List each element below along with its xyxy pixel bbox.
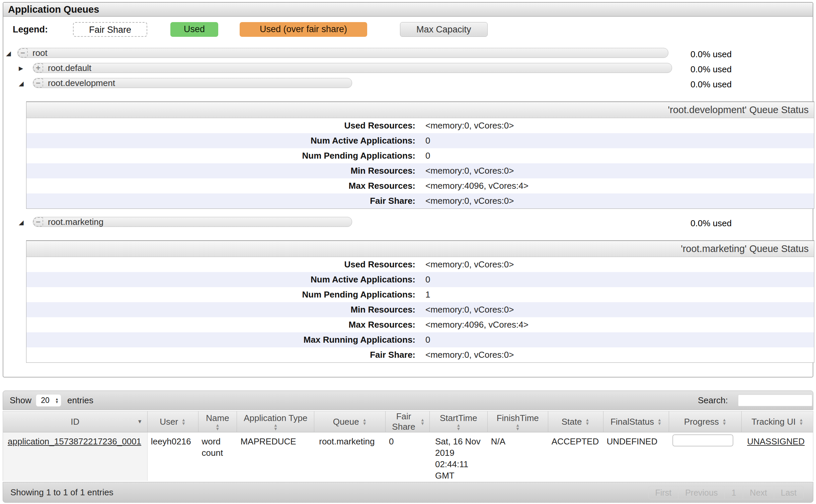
panel-title: Application Queues [3,3,813,17]
column-header-starttime[interactable]: StartTime▲▼ [430,411,488,432]
last-page-button[interactable]: Last [774,486,803,499]
legend-used-over-fair-share: Used (over fair share) [240,22,367,37]
collapse-arrow-icon[interactable]: ◢ [19,80,24,87]
status-row: Num Pending Applications:0 [26,148,814,163]
column-header-finishtime[interactable]: FinishTime▲▼ [488,411,548,432]
sort-icon: ▲▼ [515,423,520,431]
status-row: Used Resources:<memory:0, vCores:0> [26,257,814,272]
queue-status-title: 'root.development' Queue Status [26,102,814,118]
column-header-user[interactable]: User▲▼ [148,411,198,432]
cell-progress [669,432,742,481]
status-row: Min Resources:<memory:0, vCores:0> [26,302,814,317]
queue-name: root.default [48,63,91,73]
status-row: Max Running Applications:0 [26,332,814,347]
collapse-arrow-icon[interactable]: ◢ [19,219,24,226]
column-header-application-type[interactable]: Application Type▲▼ [237,411,314,432]
sort-icon: ▲▼ [799,418,803,425]
progress-bar [672,434,733,446]
table-footer: Showing 1 to 1 of 1 entries First Previo… [3,482,813,503]
minus-icon[interactable]: − [33,78,43,88]
sort-icon: ▲▼ [456,423,461,431]
search-label: Search: [698,391,728,410]
queue-name: root.marketing [48,217,103,227]
minus-icon[interactable]: − [33,217,43,227]
page-number-button[interactable]: 1 [725,486,743,499]
previous-page-button[interactable]: Previous [678,486,725,499]
column-header-id[interactable]: ID ▼ [3,411,148,432]
sort-icon: ▲▼ [273,423,278,431]
queue-name: root.development [48,78,115,88]
queue-usage: 0.0% used [690,64,732,75]
select-arrows-icon: ▲▼ [54,398,61,404]
status-row: Num Pending Applications:1 [26,287,814,302]
queue-usage: 0.0% used [690,218,732,229]
queue-status-title: 'root.marketing' Queue Status [26,241,814,257]
status-row: Max Resources:<memory:4096, vCores:4> [26,178,814,193]
page-size-value: 20 [36,396,54,405]
application-row: application_1573872217236_0001 leeyh0216… [3,432,813,481]
application-id-link[interactable]: application_1573872217236_0001 [8,436,141,446]
sort-icon: ▲▼ [362,418,367,425]
cell-state: ACCEPTED [548,432,603,481]
pagination: First Previous 1 Next Last [648,486,804,499]
legend-max-capacity: Max Capacity [400,22,488,37]
cell-starttime: Sat, 16 Nov 2019 02:44:11 GMT [430,432,488,481]
column-header-fair-share[interactable]: Fair Share▲▼ [386,411,430,432]
queue-bar-root-development[interactable]: − root.development [33,78,352,88]
queue-usage: 0.0% used [690,79,732,90]
page-size-select[interactable]: 20 ▲▼ [36,394,61,407]
cell-user: leeyh0216 [148,432,198,481]
marketing-queue-status-table: 'root.marketing' Queue Status Used Resou… [26,240,814,363]
column-header-progress[interactable]: Progress▲▼ [669,411,742,432]
sort-desc-icon: ▼ [137,419,143,425]
sort-icon: ▲▼ [216,423,220,431]
cell-finalstatus: UNDEFINED [603,432,669,481]
sort-icon: ▲▼ [585,418,590,425]
first-page-button[interactable]: First [649,486,679,499]
cell-name: word count [198,432,237,481]
sort-icon: ▲▼ [420,418,425,425]
minus-icon[interactable]: − [18,48,28,58]
legend-label: Legend: [13,22,48,37]
cell-finishtime: N/A [488,432,548,481]
sort-icon: ▲▼ [181,418,186,425]
queue-bar-root-default[interactable]: + root.default [33,63,672,73]
development-queue-status-table: 'root.development' Queue Status Used Res… [26,101,814,209]
show-label: Show [10,391,31,410]
tracking-ui-link[interactable]: UNASSIGNED [747,436,805,446]
entries-summary: Showing 1 to 1 of 1 entries [10,482,113,502]
column-header-state[interactable]: State▲▼ [548,411,603,432]
table-header-row: ID ▼ User▲▼ Name▲▼ Application Type▲▼ Qu… [3,411,813,432]
status-row: Num Active Applications:0 [26,272,814,287]
column-header-name[interactable]: Name▲▼ [198,411,237,432]
status-row: Fair Share:<memory:0, vCores:0> [26,347,814,362]
status-row: Max Resources:<memory:4096, vCores:4> [26,317,814,332]
next-page-button[interactable]: Next [743,486,774,499]
status-row: Used Resources:<memory:0, vCores:0> [26,118,814,133]
legend-used: Used [170,22,218,37]
sort-icon: ▲▼ [722,418,727,425]
cell-application-type: MAPREDUCE [237,432,314,481]
cell-fair-share: 0 [386,432,430,481]
status-row: Fair Share:<memory:0, vCores:0> [26,193,814,208]
queue-name: root [32,48,48,58]
column-header-queue[interactable]: Queue▲▼ [314,411,386,432]
legend-fair-share: Fair Share [73,22,147,37]
cell-tracking-ui: UNASSIGNED [742,432,813,481]
status-row: Min Resources:<memory:0, vCores:0> [26,163,814,178]
queue-usage: 0.0% used [690,49,732,60]
cell-id: application_1573872217236_0001 [3,432,148,481]
queue-bar-root-marketing[interactable]: − root.marketing [33,217,352,227]
column-header-finalstatus[interactable]: FinalStatus▲▼ [603,411,669,432]
column-header-tracking-ui[interactable]: Tracking UI▲▼ [742,411,813,432]
collapse-arrow-icon[interactable]: ◢ [6,50,11,57]
table-toolbar: Show 20 ▲▼ entries Search: [3,391,813,410]
entries-label: entries [67,391,93,410]
plus-icon[interactable]: + [33,63,43,73]
expand-arrow-icon[interactable]: ▶ [19,65,23,72]
search-input[interactable] [738,395,812,406]
cell-queue: root.marketing [314,432,386,481]
queue-bar-root[interactable]: − root [17,48,668,58]
status-row: Num Active Applications:0 [26,133,814,148]
sort-icon: ▲▼ [657,418,662,425]
